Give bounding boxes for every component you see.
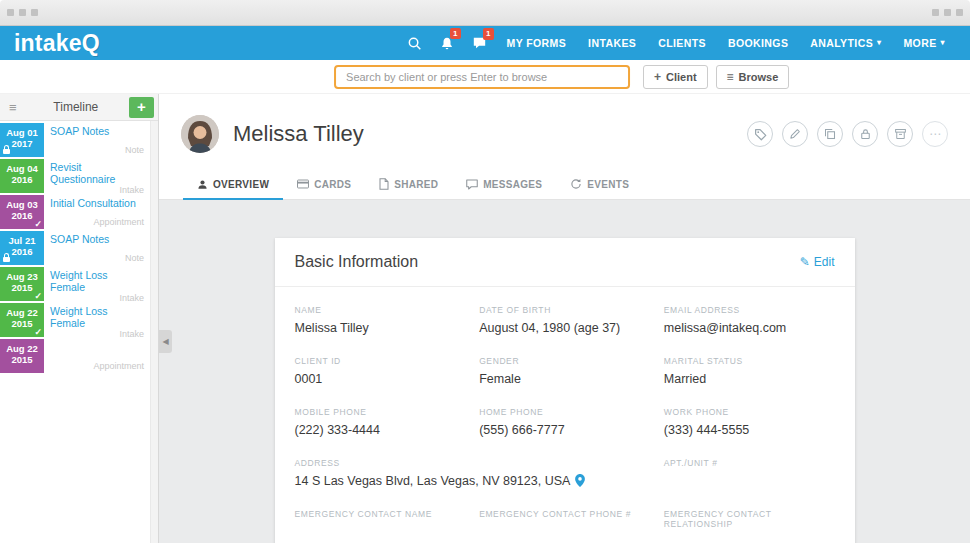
archive-button[interactable] [887,121,913,147]
timeline-item-type: Intake [50,293,144,303]
timeline-header: ≡ Timeline + [0,94,158,121]
field-gender: GENDER Female [479,356,650,386]
window-control-icon[interactable] [31,9,38,16]
browse-button[interactable]: ≡Browse [716,65,790,89]
timeline-item-title[interactable]: Weight Loss Female [50,306,144,329]
client-search-input[interactable] [334,65,630,89]
nav-item-bookings[interactable]: BOOKINGS [717,37,799,49]
sidebar-collapse-handle[interactable]: ◀ [159,330,172,353]
ellipsis-icon: ⋯ [929,127,941,141]
field-marital-status: MARITAL STATUS Married [664,356,835,386]
field-value: Melissa Tilley [295,320,466,335]
nav-item-my-forms[interactable]: MY FORMS [496,37,578,49]
timeline-item-title[interactable]: Initial Consultation [50,198,144,210]
field-value: 14 S Las Vegas Blvd, Las Vegas, NV 89123… [295,474,571,488]
field-value: (555) 666-7777 [479,422,650,437]
field-label: CLIENT ID [295,356,466,366]
timeline-item-type: Note [50,253,144,263]
card-title: Basic Information [295,253,419,271]
search-icon[interactable] [398,36,431,51]
intakeq-app-window: intakeQ 1 1 MY FORMS INTAKES CLIENTS BOO… [0,0,970,543]
field-label: MARITAL STATUS [664,356,835,366]
tab-label: EVENTS [587,179,629,190]
timeline-item[interactable]: Aug 04 2016 ✓ Revisit Questionnaire Inta… [0,159,150,193]
card-header: Basic Information ✎ Edit [275,238,855,287]
field-value: melissa@intakeq.com [664,320,835,335]
window-controls-left [7,9,38,16]
tab-messages[interactable]: MESSAGES [452,168,556,200]
timeline-item-title[interactable]: Weight Loss Female [50,270,144,293]
add-timeline-item-button[interactable]: + [129,97,154,118]
field-home-phone: HOME PHONE (555) 666-7777 [479,407,650,437]
timeline-item-body: Weight Loss Female Intake [44,267,150,301]
history-icon [570,178,582,190]
toolbar-buttons: +Client ≡Browse [643,65,789,89]
nav-item-clients[interactable]: CLIENTS [647,37,717,49]
menu-icon[interactable]: ≡ [3,100,23,115]
edit-basic-info-button[interactable]: ✎ Edit [800,255,835,269]
window-control-icon[interactable] [7,9,14,16]
timeline-item[interactable]: Jul 21 2016 ✓ SOAP Notes Note [0,231,150,265]
window-control-icon[interactable] [944,9,951,16]
timeline-list: Aug 01 2017 ✓ SOAP Notes Note Aug 04 201… [0,121,150,543]
timeline-item-title[interactable]: SOAP Notes [50,234,144,246]
field-value: Female [479,371,650,386]
window-control-icon[interactable] [19,9,26,16]
add-client-button[interactable]: +Client [643,65,708,89]
more-button[interactable]: ⋯ [922,121,948,147]
caret-down-icon: ▾ [877,39,881,47]
app-logo[interactable]: intakeQ [14,32,100,55]
date-year: 2016 [0,174,44,185]
tab-shared[interactable]: SHARED [365,168,452,200]
field-value [295,524,466,539]
field-name: NAME Melissa Tilley [295,305,466,335]
timeline-item[interactable]: Aug 03 2016 ✓ Initial Consultation Appoi… [0,195,150,229]
message-count-badge: 1 [483,28,493,40]
copy-button[interactable] [817,121,843,147]
timeline-item[interactable]: Aug 01 2017 ✓ SOAP Notes Note [0,123,150,157]
notifications-bell-icon[interactable]: 1 [431,36,463,51]
messages-chat-icon[interactable]: 1 [463,36,496,50]
header-right: 1 1 MY FORMS INTAKES CLIENTS BOOKINGS AN… [398,36,956,51]
timeline-date-badge: Aug 03 2016 ✓ [0,195,44,229]
timeline-item-title[interactable]: SOAP Notes [50,126,144,138]
field-label: ADDRESS [295,458,650,468]
tab-cards[interactable]: CARDS [283,168,365,200]
field-label: EMAIL ADDRESS [664,305,835,315]
timeline-item[interactable]: Aug 23 2015 ✓ Weight Loss Female Intake [0,267,150,301]
edit-button[interactable] [782,121,808,147]
field-date-of-birth: DATE OF BIRTH August 04, 1980 (age 37) [479,305,650,335]
nav-item-intakes[interactable]: INTAKES [577,37,647,49]
tag-button[interactable] [747,121,773,147]
map-pin-icon[interactable] [575,474,585,487]
basic-information-card: Basic Information ✎ Edit NAME Melissa Ti… [275,238,855,543]
basic-info-fields: NAME Melissa Tilley DATE OF BIRTH August… [275,287,855,543]
timeline-item-type: Intake [50,185,144,195]
lock-button[interactable] [852,121,878,147]
client-tabs: OVERVIEW CARDS SHARED MESSAGES EVENTS [159,168,970,200]
browser-chrome [0,0,970,26]
field-label: EMERGENCY CONTACT PHONE # [479,509,650,519]
list-icon: ≡ [727,71,734,83]
timeline-scrollbar[interactable] [150,121,158,543]
client-avatar[interactable] [181,115,219,153]
client-panel: Melissa Tilley [159,94,970,543]
field-value: 0001 [295,371,466,386]
timeline-item[interactable]: Aug 22 2015 ✓ Weight Loss Female Intake [0,303,150,337]
tab-events[interactable]: EVENTS [556,168,643,200]
nav-item-analytics[interactable]: ANALYTICS▾ [799,37,892,49]
window-control-icon[interactable] [932,9,939,16]
timeline-item-title[interactable]: Revisit Questionnaire [50,162,144,185]
timeline-date-badge: Aug 22 2015 ✓ [0,303,44,337]
field-value: (333) 444-5555 [664,422,835,437]
app-header: intakeQ 1 1 MY FORMS INTAKES CLIENTS BOO… [0,26,970,60]
nav-label: ANALYTICS [810,37,873,49]
tab-overview[interactable]: OVERVIEW [183,168,283,200]
client-toolbar: +Client ≡Browse [0,60,970,94]
chat-icon [466,179,478,190]
add-client-label: Client [666,71,697,83]
timeline-item-body: Appointment [44,339,150,373]
timeline-item[interactable]: Aug 22 2015 ✓ Appointment [0,339,150,373]
window-control-icon[interactable] [956,9,963,16]
nav-item-more[interactable]: MORE▾ [892,37,956,49]
